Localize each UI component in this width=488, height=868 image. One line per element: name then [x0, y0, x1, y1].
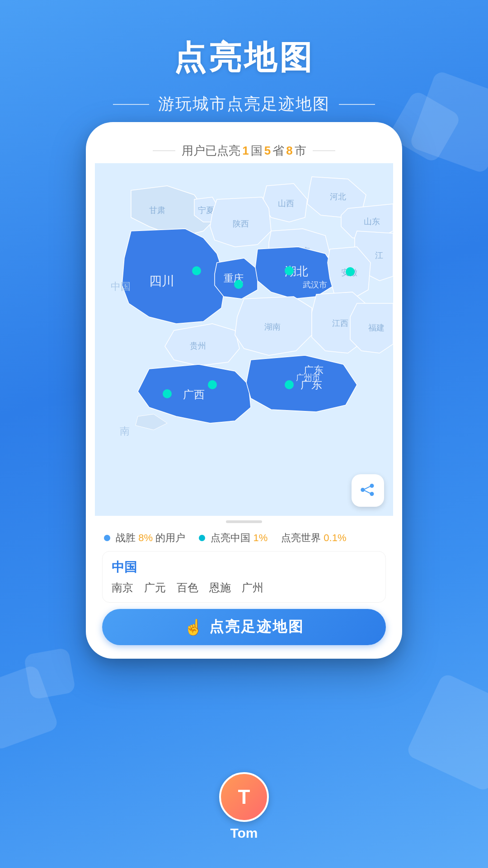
stats-country-label: 国 — [251, 143, 263, 159]
china-outer-label: 中国 — [111, 281, 131, 292]
shanxi-label: 山西 — [278, 199, 294, 208]
cta-text: 点亮足迹地图 — [209, 617, 304, 637]
drag-indicator — [226, 520, 262, 523]
subtitle-line-right — [339, 104, 375, 105]
stats-bar: 用户已点亮 1 国 5 省 8 市 — [95, 136, 393, 163]
beat-pct: 8% — [138, 532, 153, 543]
cta-button[interactable]: ☝ 点亮足迹地图 — [102, 609, 386, 645]
beat-dot — [104, 535, 110, 541]
world-stat: 点亮世界 0.1% — [281, 531, 346, 545]
city-2: 广元 — [144, 580, 166, 595]
city-5: 广州 — [242, 580, 263, 595]
stats-country-num: 1 — [242, 144, 249, 158]
header: 点亮地图 游玩城市点亮足迹地图 — [0, 0, 488, 115]
gansu-label: 甘肃 — [149, 206, 165, 215]
avatar[interactable]: T — [219, 772, 269, 822]
stats-province-num: 5 — [264, 144, 271, 158]
stats-city-label: 市 — [295, 143, 306, 159]
hunan-label: 湖南 — [264, 322, 281, 331]
china-label: 点亮中国 — [211, 532, 250, 543]
jiangsu-label: 江 — [375, 251, 383, 260]
guangdong-city-dot — [285, 380, 294, 389]
fujian-label: 福建 — [368, 323, 385, 332]
chongqing-city-dot — [234, 280, 243, 289]
china-dot — [199, 535, 205, 541]
east-city-dot — [346, 267, 355, 276]
location-title: 中国 — [112, 559, 376, 576]
wuhan-city-label: 武汉市 — [303, 280, 327, 289]
guangxi-city-dot2 — [208, 380, 217, 389]
world-pct: 0.1% — [324, 532, 346, 543]
beat-suffix: 的用户 — [155, 532, 185, 543]
hubei-city-dot — [285, 266, 294, 275]
main-title: 点亮地图 — [0, 36, 488, 80]
city-3: 百色 — [177, 580, 198, 595]
shaanxi-label: 陕西 — [233, 219, 249, 228]
stats-prefix: 用户已点亮 — [182, 143, 240, 159]
beat-stat: 战胜 8% 的用户 — [104, 531, 185, 545]
stats-line-left — [153, 151, 175, 151]
beat-label: 战胜 — [116, 532, 136, 543]
shandong-label: 山东 — [364, 217, 380, 226]
guangxi-label: 广西 — [183, 388, 205, 401]
phone-mockup: 用户已点亮 1 国 5 省 8 市 甘肃 宁夏 山西 — [86, 122, 402, 659]
guangxi-city-dot1 — [163, 389, 172, 398]
city-1: 南京 — [112, 580, 133, 595]
china-pct: 1% — [253, 532, 267, 543]
avatar-initials: T — [238, 786, 250, 808]
subtitle-row: 游玩城市点亮足迹地图 — [0, 93, 488, 115]
china-stat: 点亮中国 1% — [199, 531, 267, 545]
stats-province-label: 省 — [272, 143, 284, 159]
nan-label: 南 — [120, 425, 130, 437]
city-4: 恩施 — [209, 580, 231, 595]
guangdong-name-label: 广东 — [304, 364, 324, 376]
cta-icon: ☝ — [184, 618, 203, 636]
user-name: Tom — [230, 826, 258, 841]
bottom-area: T Tom — [0, 772, 488, 841]
map-container: 甘肃 宁夏 山西 河北 山东 陕西 河南 — [95, 163, 393, 516]
location-card: 中国 南京 广元 百色 恩施 广州 — [102, 551, 386, 603]
phone-wrapper: 用户已点亮 1 国 5 省 8 市 甘肃 宁夏 山西 — [86, 122, 402, 659]
share-button[interactable] — [352, 474, 384, 507]
subtitle-text: 游玩城市点亮足迹地图 — [158, 93, 330, 115]
ningxia-label: 宁夏 — [198, 206, 214, 215]
jiangxi-label: 江西 — [332, 319, 348, 328]
stats-city-num: 8 — [286, 144, 292, 158]
bg-decoration-5 — [23, 647, 76, 700]
world-label: 点亮世界 — [281, 532, 321, 543]
stats-line-right — [313, 151, 335, 151]
bottom-stats: 战胜 8% 的用户 点亮中国 1% 点亮世界 0.1% — [95, 527, 393, 547]
location-cities: 南京 广元 百色 恩施 广州 — [112, 580, 376, 595]
sichuan-label: 四川 — [149, 274, 174, 288]
subtitle-line-left — [113, 104, 149, 105]
guizhou-label: 贵州 — [190, 341, 206, 350]
map-svg: 甘肃 宁夏 山西 河北 山东 陕西 河南 — [95, 163, 393, 516]
hebei-label: 河北 — [330, 192, 346, 201]
sichuan-city-dot — [192, 266, 201, 275]
user-container: T Tom — [219, 772, 269, 841]
